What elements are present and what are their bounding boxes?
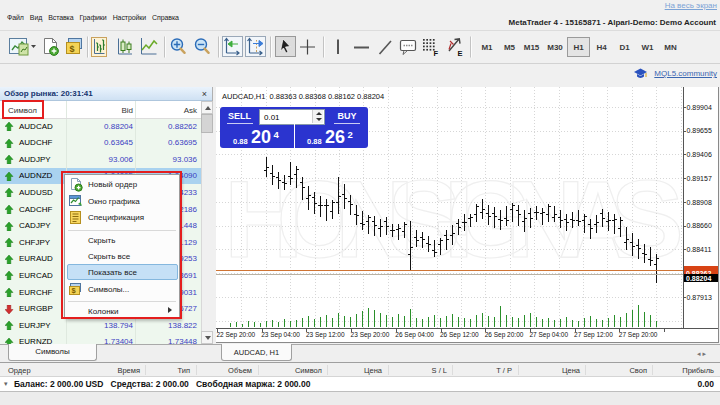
svg-text:M5: M5 (504, 43, 516, 52)
svg-text:0.89406: 0.89406 (687, 151, 712, 158)
svg-text:W1: W1 (642, 43, 655, 52)
svg-text:MN: MN (664, 43, 677, 52)
svg-text:E: E (458, 49, 463, 58)
svg-text:M15: M15 (524, 43, 540, 52)
svg-text:0.89157: 0.89157 (687, 175, 712, 182)
svg-text:0.88660: 0.88660 (687, 222, 712, 229)
svg-text:H1: H1 (573, 43, 584, 52)
svg-text:M1: M1 (481, 43, 493, 52)
svg-text:M30: M30 (547, 43, 563, 52)
svg-text:H4: H4 (596, 43, 607, 52)
svg-text:0.88908: 0.88908 (687, 199, 712, 206)
svg-text:$: $ (70, 44, 75, 54)
svg-text:F: F (434, 49, 439, 58)
svg-text:0.88411: 0.88411 (687, 246, 712, 253)
svg-text:D1: D1 (619, 43, 630, 52)
svg-text:0.89655: 0.89655 (687, 127, 712, 134)
svg-text:0.88204: 0.88204 (686, 275, 711, 282)
svg-text:0.87913: 0.87913 (687, 294, 712, 301)
svg-text:0.89904: 0.89904 (687, 104, 712, 111)
